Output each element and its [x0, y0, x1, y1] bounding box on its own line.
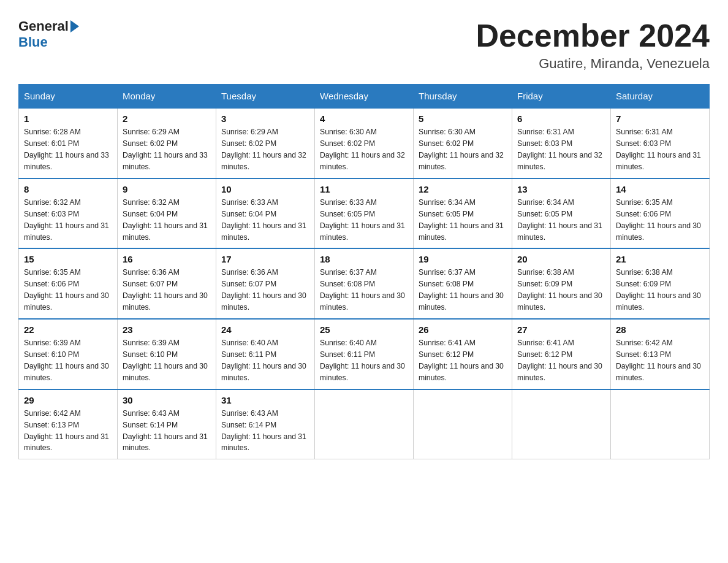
- day-cell-15: 15Sunrise: 6:35 AMSunset: 6:06 PMDayligh…: [19, 248, 118, 319]
- day-info-16: Sunrise: 6:36 AMSunset: 6:07 PMDaylight:…: [123, 267, 211, 313]
- header-monday: Monday: [118, 85, 216, 109]
- calendar-header: SundayMondayTuesdayWednesdayThursdayFrid…: [19, 85, 710, 109]
- day-number-14: 14: [616, 184, 704, 194]
- day-number-10: 10: [221, 184, 309, 194]
- header-sunday: Sunday: [19, 85, 118, 109]
- title-block: December 2024 Guatire, Miranda, Venezuel…: [476, 18, 710, 72]
- day-info-19: Sunrise: 6:37 AMSunset: 6:08 PMDaylight:…: [419, 267, 507, 313]
- month-title: December 2024: [476, 18, 710, 53]
- day-cell-3: 3Sunrise: 6:29 AMSunset: 6:02 PMDaylight…: [216, 108, 315, 178]
- day-number-23: 23: [123, 324, 211, 335]
- day-number-6: 6: [517, 113, 605, 124]
- day-info-10: Sunrise: 6:33 AMSunset: 6:04 PMDaylight:…: [221, 197, 309, 243]
- day-number-19: 19: [419, 254, 507, 264]
- empty-cell: [512, 389, 611, 459]
- day-cell-31: 31Sunrise: 6:43 AMSunset: 6:14 PMDayligh…: [216, 389, 315, 459]
- day-number-25: 25: [320, 324, 408, 335]
- location-title: Guatire, Miranda, Venezuela: [476, 56, 710, 72]
- day-info-31: Sunrise: 6:43 AMSunset: 6:14 PMDaylight:…: [221, 408, 309, 454]
- day-info-7: Sunrise: 6:31 AMSunset: 6:03 PMDaylight:…: [616, 126, 704, 173]
- day-number-24: 24: [221, 324, 309, 335]
- day-info-20: Sunrise: 6:38 AMSunset: 6:09 PMDaylight:…: [517, 267, 605, 313]
- day-cell-4: 4Sunrise: 6:30 AMSunset: 6:02 PMDaylight…: [315, 108, 414, 178]
- day-info-17: Sunrise: 6:36 AMSunset: 6:07 PMDaylight:…: [221, 267, 309, 313]
- day-info-11: Sunrise: 6:33 AMSunset: 6:05 PMDaylight:…: [320, 197, 408, 243]
- day-number-9: 9: [123, 184, 211, 194]
- day-number-27: 27: [517, 324, 605, 335]
- day-info-5: Sunrise: 6:30 AMSunset: 6:02 PMDaylight:…: [419, 126, 507, 173]
- day-info-30: Sunrise: 6:43 AMSunset: 6:14 PMDaylight:…: [123, 408, 211, 454]
- day-number-15: 15: [24, 254, 112, 264]
- day-cell-17: 17Sunrise: 6:36 AMSunset: 6:07 PMDayligh…: [216, 248, 315, 319]
- day-number-21: 21: [616, 254, 704, 264]
- day-cell-19: 19Sunrise: 6:37 AMSunset: 6:08 PMDayligh…: [414, 248, 512, 319]
- day-info-22: Sunrise: 6:39 AMSunset: 6:10 PMDaylight:…: [24, 337, 112, 384]
- day-info-24: Sunrise: 6:40 AMSunset: 6:11 PMDaylight:…: [221, 337, 309, 384]
- empty-cell: [611, 389, 710, 459]
- logo-arrow-icon: [70, 20, 79, 33]
- day-number-20: 20: [517, 254, 605, 264]
- day-number-5: 5: [419, 113, 507, 124]
- day-cell-27: 27Sunrise: 6:41 AMSunset: 6:12 PMDayligh…: [512, 319, 611, 389]
- day-cell-8: 8Sunrise: 6:32 AMSunset: 6:03 PMDaylight…: [19, 178, 118, 249]
- day-info-29: Sunrise: 6:42 AMSunset: 6:13 PMDaylight:…: [24, 408, 112, 454]
- day-number-26: 26: [419, 324, 507, 335]
- header-tuesday: Tuesday: [216, 85, 315, 109]
- day-number-17: 17: [221, 254, 309, 264]
- day-cell-10: 10Sunrise: 6:33 AMSunset: 6:04 PMDayligh…: [216, 178, 315, 249]
- day-info-2: Sunrise: 6:29 AMSunset: 6:02 PMDaylight:…: [123, 126, 211, 173]
- day-cell-21: 21Sunrise: 6:38 AMSunset: 6:09 PMDayligh…: [611, 248, 710, 319]
- day-number-13: 13: [517, 184, 605, 194]
- day-info-3: Sunrise: 6:29 AMSunset: 6:02 PMDaylight:…: [221, 126, 309, 173]
- header-row: SundayMondayTuesdayWednesdayThursdayFrid…: [19, 85, 710, 109]
- day-cell-30: 30Sunrise: 6:43 AMSunset: 6:14 PMDayligh…: [118, 389, 216, 459]
- day-number-12: 12: [419, 184, 507, 194]
- page-header: General Blue December 2024 Guatire, Mira…: [18, 18, 710, 72]
- day-info-6: Sunrise: 6:31 AMSunset: 6:03 PMDaylight:…: [517, 126, 605, 173]
- day-cell-14: 14Sunrise: 6:35 AMSunset: 6:06 PMDayligh…: [611, 178, 710, 249]
- day-cell-26: 26Sunrise: 6:41 AMSunset: 6:12 PMDayligh…: [414, 319, 512, 389]
- week-row-4: 22Sunrise: 6:39 AMSunset: 6:10 PMDayligh…: [19, 319, 710, 389]
- day-info-4: Sunrise: 6:30 AMSunset: 6:02 PMDaylight:…: [320, 126, 408, 173]
- day-info-21: Sunrise: 6:38 AMSunset: 6:09 PMDaylight:…: [616, 267, 704, 313]
- day-number-4: 4: [320, 113, 408, 124]
- header-saturday: Saturday: [611, 85, 710, 109]
- day-info-26: Sunrise: 6:41 AMSunset: 6:12 PMDaylight:…: [419, 337, 507, 384]
- logo: General Blue: [18, 18, 79, 50]
- day-number-30: 30: [123, 395, 211, 405]
- day-cell-29: 29Sunrise: 6:42 AMSunset: 6:13 PMDayligh…: [19, 389, 118, 459]
- day-info-28: Sunrise: 6:42 AMSunset: 6:13 PMDaylight:…: [616, 337, 704, 384]
- calendar-table: SundayMondayTuesdayWednesdayThursdayFrid…: [18, 84, 710, 459]
- empty-cell: [414, 389, 512, 459]
- day-number-18: 18: [320, 254, 408, 264]
- week-row-5: 29Sunrise: 6:42 AMSunset: 6:13 PMDayligh…: [19, 389, 710, 459]
- day-info-1: Sunrise: 6:28 AMSunset: 6:01 PMDaylight:…: [24, 126, 112, 173]
- week-row-1: 1Sunrise: 6:28 AMSunset: 6:01 PMDaylight…: [19, 108, 710, 178]
- empty-cell: [315, 389, 414, 459]
- day-number-8: 8: [24, 184, 112, 194]
- calendar-body: 1Sunrise: 6:28 AMSunset: 6:01 PMDaylight…: [19, 108, 710, 459]
- day-number-28: 28: [616, 324, 704, 335]
- day-cell-5: 5Sunrise: 6:30 AMSunset: 6:02 PMDaylight…: [414, 108, 512, 178]
- day-cell-20: 20Sunrise: 6:38 AMSunset: 6:09 PMDayligh…: [512, 248, 611, 319]
- day-number-7: 7: [616, 113, 704, 124]
- day-cell-11: 11Sunrise: 6:33 AMSunset: 6:05 PMDayligh…: [315, 178, 414, 249]
- day-cell-25: 25Sunrise: 6:40 AMSunset: 6:11 PMDayligh…: [315, 319, 414, 389]
- day-cell-1: 1Sunrise: 6:28 AMSunset: 6:01 PMDaylight…: [19, 108, 118, 178]
- day-number-2: 2: [123, 113, 211, 124]
- day-info-14: Sunrise: 6:35 AMSunset: 6:06 PMDaylight:…: [616, 197, 704, 243]
- day-number-22: 22: [24, 324, 112, 335]
- day-info-8: Sunrise: 6:32 AMSunset: 6:03 PMDaylight:…: [24, 197, 112, 243]
- day-cell-7: 7Sunrise: 6:31 AMSunset: 6:03 PMDaylight…: [611, 108, 710, 178]
- day-cell-13: 13Sunrise: 6:34 AMSunset: 6:05 PMDayligh…: [512, 178, 611, 249]
- day-cell-24: 24Sunrise: 6:40 AMSunset: 6:11 PMDayligh…: [216, 319, 315, 389]
- logo-blue-text: Blue: [18, 34, 48, 50]
- week-row-2: 8Sunrise: 6:32 AMSunset: 6:03 PMDaylight…: [19, 178, 710, 249]
- day-number-1: 1: [24, 113, 112, 124]
- week-row-3: 15Sunrise: 6:35 AMSunset: 6:06 PMDayligh…: [19, 248, 710, 319]
- day-cell-12: 12Sunrise: 6:34 AMSunset: 6:05 PMDayligh…: [414, 178, 512, 249]
- day-info-23: Sunrise: 6:39 AMSunset: 6:10 PMDaylight:…: [123, 337, 211, 384]
- day-number-31: 31: [221, 395, 309, 405]
- day-info-15: Sunrise: 6:35 AMSunset: 6:06 PMDaylight:…: [24, 267, 112, 313]
- day-cell-2: 2Sunrise: 6:29 AMSunset: 6:02 PMDaylight…: [118, 108, 216, 178]
